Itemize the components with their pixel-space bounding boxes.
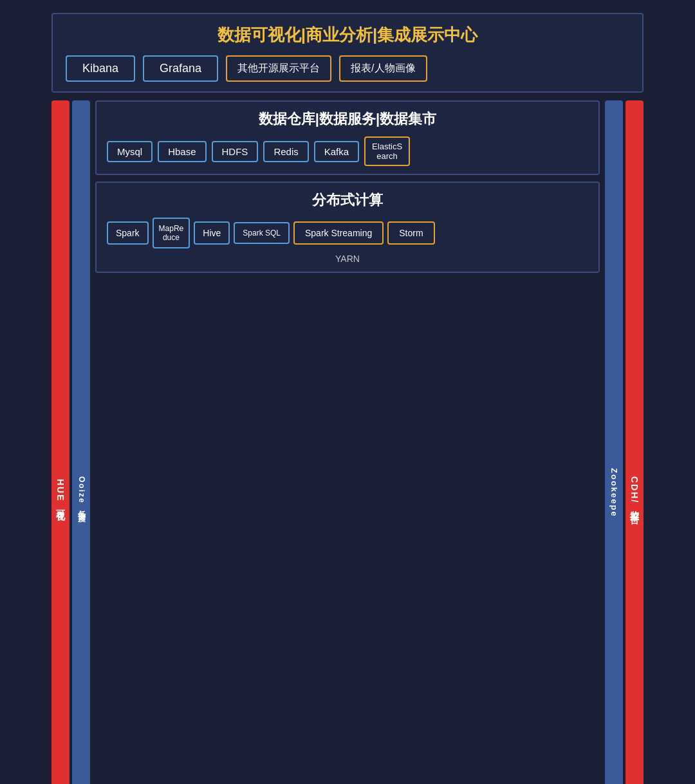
hive-box: Hive	[194, 221, 230, 245]
redis-box: Redis	[263, 141, 308, 162]
hdfs-box: HDFS	[212, 141, 259, 162]
kafka-box: Kafka	[314, 141, 359, 162]
hbase-box: Hbase	[158, 141, 206, 162]
storm-box: Storm	[387, 221, 434, 245]
spark-box: Spark	[107, 221, 149, 245]
report-box: 报表/人物画像	[339, 55, 427, 82]
yarn-label: YARN	[107, 254, 588, 264]
warehouse-section: 数据仓库|数据服务|数据集市 Mysql Hbase HDFS Redis Ka…	[95, 100, 600, 175]
kibana-box: Kibana	[66, 55, 135, 82]
ooize-bar: Ooize任务调度	[72, 100, 90, 784]
cdh-bar: CDH/监控平台	[626, 100, 644, 784]
sparksql-box: Spark SQL	[234, 222, 290, 244]
right-side-bars: Zookeepе CDH/监控平台	[605, 100, 644, 784]
warehouse-tools: Mysql Hbase HDFS Redis Kafka ElasticSear…	[107, 136, 588, 166]
sparkstreaming-box: Spark Streaming	[293, 221, 384, 245]
mapreduce-box: MapReduce	[153, 218, 190, 248]
mysql-box: Mysql	[107, 141, 153, 162]
viz-section: 数据可视化|商业分析|集成展示中心 Kibana Grafana 其他开源展示平…	[51, 13, 644, 93]
elasticsearch-box: ElasticSearch	[364, 136, 410, 166]
compute-section: 分布式计算 Spark MapReduce Hive Spark SQL Spa…	[95, 182, 600, 273]
compute-title: 分布式计算	[107, 191, 588, 210]
hue-bar: HUE可视化	[51, 100, 70, 784]
other-platform-box: 其他开源展示平台	[226, 55, 331, 82]
grafana-box: Grafana	[143, 55, 218, 82]
viz-title: 数据可视化|商业分析|集成展示中心	[66, 24, 629, 46]
middle-content: 数据仓库|数据服务|数据集市 Mysql Hbase HDFS Redis Ka…	[95, 100, 600, 784]
zookeeper-bar: Zookeepе	[605, 100, 623, 784]
viz-tools-row: Kibana Grafana 其他开源展示平台 报表/人物画像	[66, 55, 629, 82]
main-container: 数据可视化|商业分析|集成展示中心 Kibana Grafana 其他开源展示平…	[39, 0, 656, 784]
compute-tools: Spark MapReduce Hive Spark SQL Spark Str…	[107, 218, 588, 248]
left-side-bars: HUE可视化 Ooize任务调度	[51, 100, 90, 784]
warehouse-title: 数据仓库|数据服务|数据集市	[107, 109, 588, 129]
